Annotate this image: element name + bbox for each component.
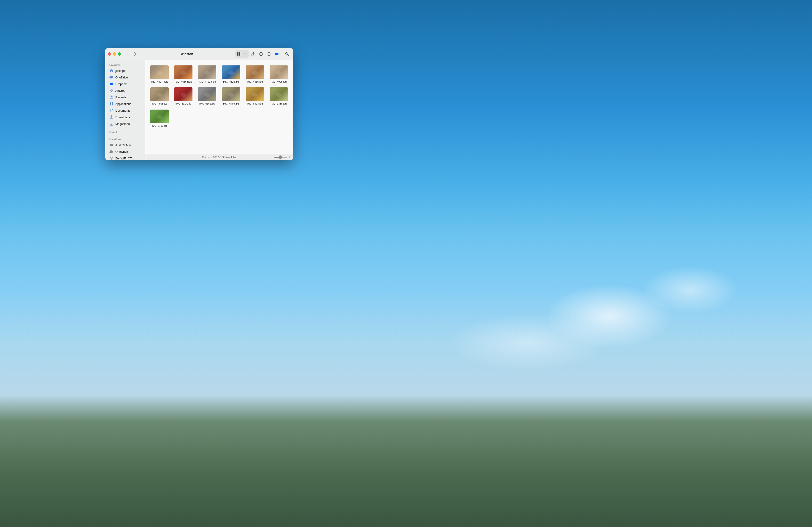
file-item[interactable]: IMG_4998.jpg	[148, 86, 171, 107]
sidebar-item-magazines[interactable]: Magazines	[106, 121, 144, 127]
onedrive-icon	[110, 75, 114, 79]
file-item[interactable]: IMG_4477.heic	[148, 64, 171, 85]
file-thumbnail	[222, 87, 240, 101]
sidebar-item-applications[interactable]: Applications	[106, 101, 144, 107]
zoom-slider[interactable]	[274, 157, 288, 157]
magazines-label: Magazines	[115, 122, 130, 125]
toolbar-right-controls	[235, 50, 290, 58]
tag-button[interactable]	[258, 51, 264, 57]
sidebar-item-downloads[interactable]: Downloads	[106, 114, 144, 120]
maximize-button[interactable]	[118, 52, 121, 56]
svg-rect-12	[110, 104, 111, 105]
file-name: IMG_9338.jpg	[271, 102, 287, 105]
sidebar-item-onedrive[interactable]: OneDrive	[106, 74, 144, 80]
close-button[interactable]	[108, 52, 111, 56]
file-item[interactable]: IMG_9338.jpg	[267, 86, 290, 107]
file-name: IMG_4566.heic	[175, 80, 192, 83]
svg-point-21	[157, 71, 162, 75]
file-thumbnail	[270, 65, 288, 79]
svg-rect-1	[239, 52, 240, 54]
svg-point-29	[204, 93, 210, 97]
file-name: IMG_4935.jpg	[247, 80, 263, 83]
sidebar-item-documents[interactable]: Documents	[106, 107, 144, 114]
file-item[interactable]: IMG_8998.jpg	[244, 86, 266, 107]
file-item[interactable]: IMG_9737.jpg	[148, 108, 171, 129]
main-content: Favorites justinpot OneDrive	[105, 60, 293, 160]
action-button[interactable]	[266, 51, 272, 57]
sidebar-item-zenwifi[interactable]: ZenWiFi_XT...	[106, 155, 144, 160]
documents-label: Documents	[115, 109, 130, 112]
zoom-max-icon: +	[289, 155, 290, 159]
file-item[interactable]: IMG_4792.heic	[196, 64, 219, 85]
sidebar-item-onedrive-location[interactable]: OneDrive	[106, 148, 144, 155]
svg-point-33	[157, 115, 162, 119]
svg-line-7	[288, 55, 289, 56]
zenwifi-label: ZenWiFi_XT...	[115, 157, 134, 160]
sidebar-item-airdrop[interactable]: AirDrop	[106, 87, 144, 94]
finder-window: winston	[105, 48, 293, 160]
toolbar-navigation	[125, 51, 138, 57]
magazines-icon	[110, 122, 114, 126]
onedrive-loc-icon	[110, 150, 114, 154]
airdrop-icon	[110, 89, 114, 93]
sidebar-item-justins-mac[interactable]: Justin's Mac...	[106, 142, 144, 148]
icloud-section-label: iCloud	[105, 129, 145, 134]
file-thumbnail	[246, 65, 264, 79]
svg-point-26	[276, 71, 281, 75]
file-item[interactable]: IMG_6409.jpg	[219, 86, 242, 107]
forward-button[interactable]	[132, 51, 138, 57]
file-name: IMG_9737.jpg	[152, 124, 168, 127]
zoom-min-icon: —	[271, 156, 273, 158]
svg-point-32	[276, 93, 281, 97]
icon-view-button[interactable]	[235, 51, 242, 57]
svg-rect-20	[110, 144, 113, 146]
dropbox-button[interactable]	[274, 51, 282, 57]
dropbox-sidebar-icon	[110, 82, 114, 86]
justins-mac-label: Justin's Mac...	[115, 144, 134, 147]
minimize-button[interactable]	[113, 52, 116, 56]
share-button[interactable]	[250, 51, 257, 57]
file-item[interactable]: IMG_4995.jpg	[267, 64, 290, 85]
file-name: IMG_6409.jpg	[223, 102, 239, 105]
file-thumbnail	[150, 65, 169, 79]
file-item[interactable]: IMG_4935.jpg	[244, 64, 266, 85]
file-thumbnail	[150, 87, 169, 101]
home-icon	[110, 69, 114, 73]
file-name: IMG_4995.jpg	[271, 80, 287, 83]
traffic-lights	[108, 52, 121, 56]
sidebar-item-justinpot[interactable]: justinpot	[106, 67, 144, 74]
file-thumbnail	[246, 87, 264, 101]
svg-rect-0	[237, 52, 238, 54]
file-item[interactable]: IMG_4566.heic	[172, 64, 195, 85]
view-options-button[interactable]	[242, 51, 248, 57]
file-name: IMG_6162.jpg	[199, 102, 215, 105]
svg-point-28	[180, 93, 186, 97]
svg-rect-2	[237, 54, 238, 56]
applications-label: Applications	[115, 102, 131, 106]
file-grid: IMG_4477.heicIMG_4566.heicIMG_4792.heicI…	[145, 60, 293, 154]
locations-section-label: Locations	[105, 136, 145, 141]
svg-point-4	[260, 52, 263, 56]
file-name: IMG_5314.jpg	[176, 102, 191, 105]
status-bar: 13 items, 189.95 GB available — +	[145, 154, 293, 160]
file-item[interactable]: IMG_6162.jpg	[196, 86, 219, 107]
file-name: IMG_4826.jpg	[223, 80, 239, 83]
dropbox-label: Dropbox	[115, 82, 127, 86]
file-area: IMG_4477.heicIMG_4566.heicIMG_4792.heicI…	[145, 60, 293, 160]
file-thumbnail	[270, 87, 288, 101]
back-button[interactable]	[125, 51, 131, 57]
file-thumbnail	[222, 65, 240, 79]
svg-point-8	[111, 91, 112, 92]
file-item[interactable]: IMG_5314.jpg	[172, 86, 195, 107]
mac-icon	[110, 143, 114, 147]
svg-point-23	[204, 71, 210, 75]
svg-point-31	[252, 93, 258, 97]
search-button[interactable]	[284, 51, 290, 57]
file-thumbnail	[174, 87, 192, 101]
svg-point-30	[228, 93, 234, 97]
sidebar-item-dropbox[interactable]: Dropbox	[106, 81, 144, 87]
file-thumbnail	[198, 65, 216, 79]
file-thumbnail	[174, 65, 192, 79]
sidebar-item-recents[interactable]: Recents	[106, 94, 144, 101]
file-item[interactable]: IMG_4826.jpg	[219, 64, 242, 85]
